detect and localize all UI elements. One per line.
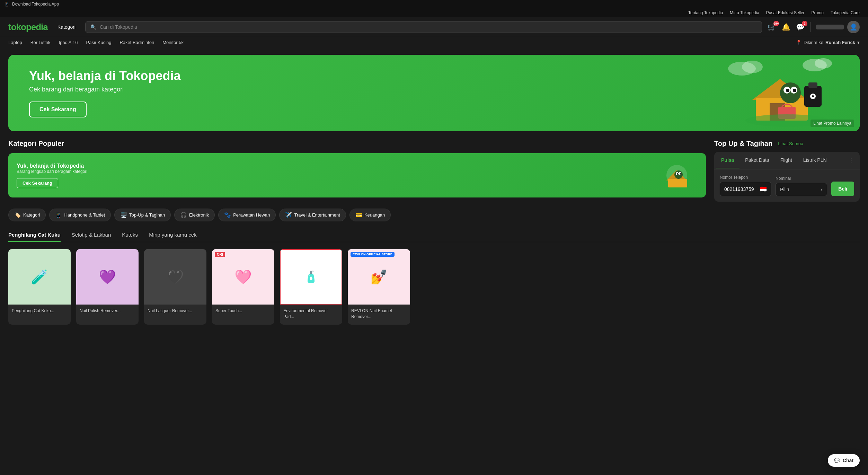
product-card-5[interactable]: 🧴 Environmental Remover Pad... [280, 249, 342, 325]
pill-elektronik[interactable]: 🎧 Elektronik [174, 209, 215, 221]
app-download-bar[interactable]: 📱 Download Tokopedia App [0, 0, 868, 8]
banner-cta-button[interactable]: Cek Sekarang [29, 102, 87, 117]
kategori-button[interactable]: Kategori [53, 21, 80, 33]
svg-rect-13 [808, 82, 817, 88]
kategori-cta-button[interactable]: Cek Sekarang [17, 178, 58, 188]
phone-input[interactable] [724, 186, 760, 192]
pill-icon-travel: ✈️ [285, 212, 292, 218]
quick-link-raket[interactable]: Raket Badminton [119, 40, 154, 45]
category-pills: 🏷️ Kategori 📱 Handphone & Tablet 🖥️ Top-… [0, 202, 868, 228]
kategori-illustration [653, 161, 698, 189]
nav-selotip[interactable]: Selotip & Lakban [72, 228, 111, 242]
beli-button[interactable]: Beli [831, 182, 854, 196]
pill-handphone[interactable]: 📱 Handphone & Tablet [49, 209, 111, 221]
pill-label-perawatan: Perawatan Hewan [233, 212, 270, 218]
product-card-1[interactable]: 🧪 Penghilang Cat Kuku... [8, 249, 71, 325]
svg-point-1 [742, 61, 763, 73]
phone-input-wrapper[interactable]: 🇮🇩 [720, 182, 771, 196]
pill-icon-elektronik: 🎧 [180, 212, 187, 218]
product-name-2: Nail Polish Remover... [80, 308, 135, 314]
kategori-banner[interactable]: Yuk, belanja di Tokopedia Barang lengkap… [8, 153, 706, 197]
nav-penghilang[interactable]: Penghilang Cat Kuku [8, 228, 61, 242]
nominal-value: Pilih [780, 187, 789, 192]
cart-badge: 99+ [773, 21, 779, 26]
chat-label: Chat [843, 458, 853, 463]
link-edukasi[interactable]: Pusat Edukasi Seller [766, 10, 805, 15]
pill-icon-handphone: 📱 [55, 212, 62, 218]
banner-subtitle: Cek barang dari beragam kategori [29, 86, 180, 93]
product-img-1: 🧪 [8, 249, 71, 305]
link-mitra[interactable]: Mitra Tokopedia [730, 10, 759, 15]
kategori-banner-text: Yuk, belanja di Tokopedia Barang lengkap… [17, 163, 87, 188]
quick-link-pasir[interactable]: Pasir Kucing [86, 40, 112, 45]
pill-perawatan[interactable]: 🐾 Perawatan Hewan [218, 209, 276, 221]
search-input[interactable] [100, 24, 757, 30]
topup-form: Nomor Telepon 🇮🇩 Nominal Pilih ▾ Beli [714, 169, 860, 202]
delivery-label: Dikirim ke [804, 40, 823, 45]
quick-link-ipad[interactable]: Ipad Air 6 [59, 40, 78, 45]
tab-listrik[interactable]: Listrik PLN [798, 152, 832, 168]
link-care[interactable]: Tokopedia Care [831, 10, 860, 15]
search-bar[interactable]: 🔍 [85, 21, 762, 33]
product-img-6: REVLON OFFICIAL STORE 💅 [348, 249, 410, 305]
delivery-info[interactable]: 📍 Dikirim ke Rumah Ferick ▾ [796, 40, 860, 45]
nominal-select[interactable]: Pilih ▾ [776, 183, 827, 196]
user-section[interactable]: 👤 [816, 21, 860, 33]
tab-flight[interactable]: Flight [775, 152, 798, 168]
avatar: 👤 [847, 21, 860, 33]
product-card-2[interactable]: 💜 Nail Polish Remover... [76, 249, 139, 325]
cart-button[interactable]: 🛒 99+ [768, 23, 776, 31]
pill-icon-keuangan: 💳 [355, 212, 362, 218]
kategori-title: Kategori Populer [8, 140, 706, 148]
product-info-5: Environmental Remover Pad... [280, 305, 342, 325]
banner-promo-link[interactable]: Lihat Promo Lainnya [811, 120, 854, 127]
svg-point-24 [677, 173, 678, 175]
product-info-1: Penghilang Cat Kuku... [8, 305, 71, 319]
chat-badge: 2 [802, 21, 807, 26]
chevron-down-icon: ▾ [821, 187, 823, 192]
product-name-4: Super Touch... [215, 308, 271, 314]
link-promo[interactable]: Promo [812, 10, 824, 15]
chevron-down-icon: ▾ [857, 40, 860, 45]
product-info-2: Nail Polish Remover... [76, 305, 139, 319]
svg-point-10 [786, 89, 789, 92]
products-nav: Penghilang Cat Kuku Selotip & Lakban Kut… [8, 228, 860, 242]
product-emoji-5: 🧴 [304, 270, 318, 283]
chat-button[interactable]: 💬 Chat [828, 454, 860, 467]
username [816, 25, 844, 29]
product-name-3: Nail Lacquer Remover... [148, 308, 203, 314]
banner-section: Yuk, belanja di Tokopedia Cek barang dar… [0, 48, 868, 131]
pill-kategori[interactable]: 🏷️ Kategori [8, 209, 46, 221]
svg-point-25 [680, 173, 681, 175]
pill-label-travel: Travel & Entertainment [294, 212, 340, 218]
more-tabs-button[interactable]: ⋮ [844, 152, 858, 169]
product-emoji-3: 🖤 [167, 269, 184, 285]
logo[interactable]: tokopedia [8, 22, 48, 33]
topup-tabs: Pulsa Paket Data Flight Listrik PLN ⋮ [714, 152, 860, 169]
quick-link-laptop[interactable]: Laptop [8, 40, 22, 45]
nav-mirip[interactable]: Mirip yang kamu cek [149, 228, 197, 242]
products-section: Penghilang Cat Kuku Selotip & Lakban Kut… [0, 228, 868, 333]
phone-label: Nomor Telepon [720, 175, 771, 180]
product-info-3: Nail Lacquer Remover... [144, 305, 206, 319]
quick-link-monitor[interactable]: Monitor 5k [162, 40, 184, 45]
svg-rect-20 [668, 179, 687, 187]
product-card-4[interactable]: ORI 🩷 Super Touch... [212, 249, 274, 325]
quick-links: Laptop Bor Listrik Ipad Air 6 Pasir Kuci… [0, 37, 868, 48]
tab-paket-data[interactable]: Paket Data [739, 152, 774, 168]
lihat-semua-link[interactable]: Lihat Semua [778, 141, 803, 146]
link-tentang[interactable]: Tentang Tokopedia [688, 10, 723, 15]
pill-travel[interactable]: ✈️ Travel & Entertainment [279, 209, 346, 221]
product-emoji-4: 🩷 [234, 269, 252, 285]
product-card-6[interactable]: REVLON OFFICIAL STORE 💅 REVLON Nail Enam… [348, 249, 410, 325]
quick-link-bor[interactable]: Bor Listrik [30, 40, 51, 45]
tab-pulsa[interactable]: Pulsa [716, 152, 739, 168]
svg-point-15 [812, 95, 814, 97]
chat-nav-button[interactable]: 💬 2 [796, 23, 805, 31]
pill-keuangan[interactable]: 💳 Keuangan [349, 209, 391, 221]
notification-button[interactable]: 🔔 [782, 23, 790, 31]
pill-topup[interactable]: 🖥️ Top-Up & Tagihan [114, 209, 171, 221]
product-card-3[interactable]: 🖤 Nail Lacquer Remover... [144, 249, 206, 325]
product-name-1: Penghilang Cat Kuku... [12, 308, 67, 314]
nav-kuteks[interactable]: Kuteks [122, 228, 138, 242]
